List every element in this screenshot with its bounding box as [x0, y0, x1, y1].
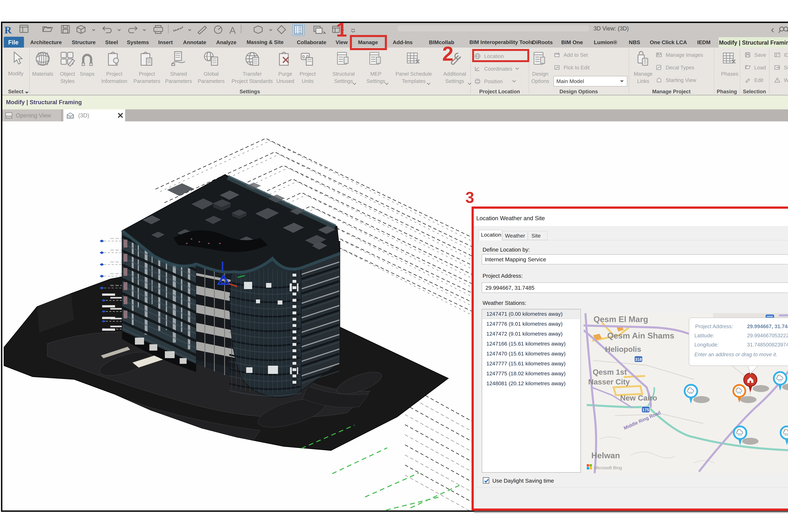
svg-text:Helwan: Helwan: [591, 451, 620, 460]
svg-text:Nasser City: Nasser City: [588, 378, 630, 386]
svg-text:Heliopolis: Heliopolis: [605, 345, 641, 353]
svg-text:318: 318: [635, 357, 642, 362]
svg-text:Enter an address or drag to mo: Enter an address or drag to move it.: [694, 352, 777, 357]
svg-text:29.9946670532227: 29.9946670532227: [747, 333, 788, 338]
svg-text:A: A: [229, 25, 236, 36]
svg-text:Qesm 1st: Qesm 1st: [593, 368, 627, 376]
svg-text:Qesm El Marg: Qesm El Marg: [593, 315, 648, 324]
svg-text:New Cairo: New Cairo: [620, 394, 657, 402]
svg-text:Qesm Ain Shams: Qesm Ain Shams: [607, 331, 674, 340]
svg-text:Longitude:: Longitude:: [694, 342, 718, 348]
svg-text:R: R: [4, 24, 12, 36]
svg-text:Latitude:: Latitude:: [694, 333, 714, 338]
svg-text:31.7485008239746: 31.7485008239746: [747, 342, 788, 348]
svg-text:Microsoft Bing: Microsoft Bing: [594, 465, 622, 470]
svg-text:175: 175: [642, 408, 649, 412]
svg-text:29.994667, 31.7485: 29.994667, 31.7485: [747, 323, 788, 329]
svg-text:Project Address:: Project Address:: [695, 323, 733, 329]
